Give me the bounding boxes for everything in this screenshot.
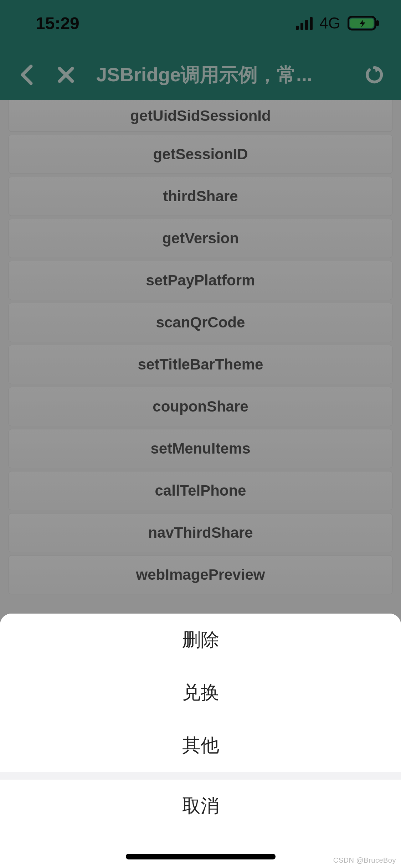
- action-sheet-option-label: 其他: [182, 733, 219, 758]
- home-indicator[interactable]: [126, 854, 276, 859]
- action-sheet-option-other[interactable]: 其他: [0, 719, 401, 772]
- action-sheet-option-label: 删除: [182, 627, 219, 652]
- action-sheet-cancel-label: 取消: [182, 794, 219, 818]
- action-sheet-option-exchange[interactable]: 兑换: [0, 666, 401, 719]
- action-sheet-option-label: 兑换: [182, 680, 219, 705]
- action-sheet-cancel-button[interactable]: 取消: [0, 780, 401, 832]
- watermark: CSDN @BruceBoy: [333, 856, 396, 864]
- action-sheet-separator: [0, 772, 401, 780]
- action-sheet: 删除 兑换 其他 取消: [0, 614, 401, 868]
- action-sheet-option-delete[interactable]: 删除: [0, 614, 401, 666]
- action-sheet-options: 删除 兑换 其他: [0, 614, 401, 772]
